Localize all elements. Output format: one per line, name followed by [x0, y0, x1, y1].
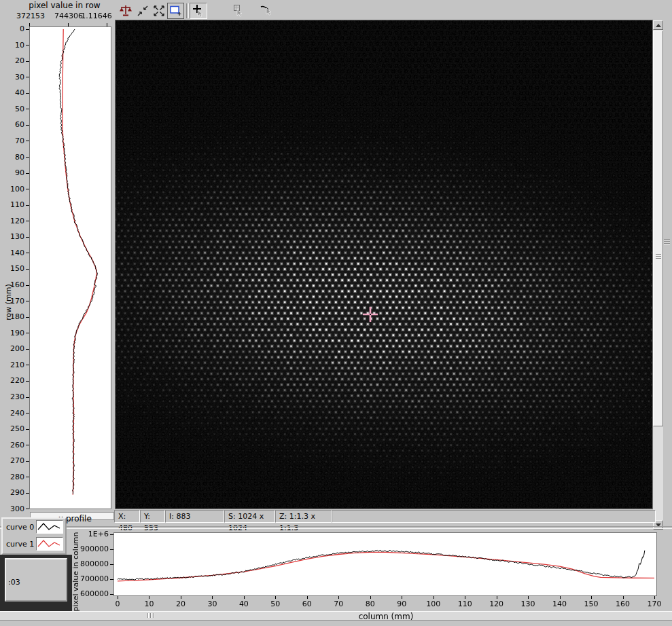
legend-line-sample[interactable]	[36, 520, 63, 534]
cursor-tool-button[interactable]	[190, 3, 207, 19]
scale-tool-button[interactable]	[117, 3, 134, 19]
bottom-x-tick	[370, 596, 371, 599]
row-tick	[26, 349, 29, 350]
clock-panel: :03	[5, 558, 67, 602]
bottom-x-tick-label: 160	[613, 600, 633, 608]
zoom-fit-icon	[169, 5, 182, 17]
row-tick-label: 80	[4, 153, 24, 162]
value-tick	[107, 23, 107, 26]
right-splitter-grip[interactable]	[664, 243, 670, 244]
bottom-x-tick	[623, 596, 624, 599]
zoom-rect-tool-button[interactable]	[232, 3, 249, 19]
bottom-x-tick-label: 0	[107, 600, 128, 608]
zoom-out-button[interactable]	[134, 3, 151, 19]
bottom-x-tick	[149, 596, 149, 599]
bottom-x-tick	[118, 596, 118, 599]
left-profile-title: pixel value in row	[17, 1, 112, 10]
row-tick	[26, 477, 29, 477]
bottom-profile-plot-area	[114, 533, 656, 595]
row-tick	[26, 365, 29, 365]
row-tick	[26, 429, 29, 430]
bottom-x-tick-label: 100	[423, 600, 444, 608]
thumb-grip	[656, 254, 661, 255]
row-tick	[26, 61, 29, 62]
row-tick	[26, 317, 29, 318]
value-tick-label: 1.11646	[76, 12, 117, 20]
bottom-x-tick	[181, 596, 181, 599]
value-tick	[68, 23, 69, 26]
row-tick-label: 260	[4, 441, 24, 449]
legend-item-curve0[interactable]: curve 0	[3, 519, 65, 536]
scroll-up-button[interactable]	[653, 20, 663, 30]
row-tick-label: 220	[4, 377, 24, 385]
row-tick-label: 0	[4, 25, 24, 33]
row-tick	[26, 461, 29, 462]
value-tick-label: 372153	[10, 12, 51, 20]
zoom-out-arrows-icon	[136, 4, 149, 18]
row-tick	[26, 93, 29, 94]
bottom-splitter-bar[interactable]	[0, 611, 672, 621]
row-tick-label: 190	[4, 329, 24, 337]
row-tick	[26, 125, 29, 126]
zoom-rect-tool-icon	[233, 4, 248, 18]
status-image-size: S: 1024 x 1024	[224, 510, 275, 523]
status-intensity: I: 883	[165, 510, 224, 523]
splitter-grip	[153, 613, 154, 618]
corner-panel: :03	[0, 555, 72, 612]
bottom-x-tick-label: 150	[581, 600, 601, 608]
thumb-grip	[656, 256, 661, 257]
pane-divider	[0, 526, 672, 529]
row-tick	[26, 269, 29, 270]
bottom-y-tick	[110, 594, 113, 595]
row-tick-label: 20	[4, 57, 24, 65]
status-cursor-y: Y: 553	[140, 510, 165, 523]
up-arrow-icon	[656, 24, 661, 27]
row-tick	[26, 333, 29, 333]
zoom-fit-button[interactable]	[167, 3, 184, 19]
legend-label: curve 0	[6, 523, 34, 532]
bottom-x-tick	[465, 596, 465, 599]
detector-image-canvas[interactable]	[116, 20, 652, 509]
graph-legend: curve 0 curve 1	[1, 517, 67, 555]
bottom-x-tick-label: 80	[360, 600, 381, 608]
status-zoom: Z: 1:1.3 x 1:1.3	[275, 510, 332, 523]
scale-tool-icon	[119, 4, 132, 18]
clock-fragment: :03	[8, 578, 20, 587]
row-tick-label: 250	[4, 425, 24, 433]
bottom-x-tick-label: 20	[171, 600, 191, 608]
row-tick-label: 10	[4, 41, 24, 50]
zoom-in-arrows-icon	[152, 4, 166, 18]
bottom-x-tick	[275, 596, 276, 599]
row-tick-label: 160	[4, 281, 24, 289]
row-tick	[26, 189, 29, 189]
bottom-y-tick	[110, 549, 113, 550]
row-tick-label: 90	[4, 169, 24, 177]
cursor-crosshair-icon	[192, 4, 205, 18]
line-tool-button[interactable]	[258, 3, 275, 19]
left-profile-canvas	[30, 27, 111, 509]
row-tick	[26, 381, 29, 382]
right-splitter-grip[interactable]	[664, 241, 670, 242]
line-tool-icon	[260, 4, 275, 18]
row-tick-label: 40	[4, 89, 24, 97]
row-tick	[26, 141, 29, 141]
right-splitter-grip[interactable]	[664, 239, 670, 240]
application-window: pixel value in row row (mm) x profile cu…	[0, 0, 672, 626]
row-tick-label: 290	[4, 489, 24, 497]
row-tick	[26, 157, 29, 158]
row-tick	[26, 301, 29, 301]
bottom-x-tick-label: 10	[139, 600, 159, 608]
legend-line-sample[interactable]	[36, 537, 63, 551]
image-vscrollbar[interactable]	[653, 20, 663, 530]
legend-item-curve1[interactable]: curve 1	[3, 536, 65, 553]
bottom-x-tick-label: 170	[644, 600, 665, 608]
bottom-x-tick	[654, 596, 655, 599]
bottom-x-tick-label: 30	[202, 600, 222, 608]
bottom-x-tick	[307, 596, 308, 599]
zoom-in-button[interactable]	[150, 3, 167, 19]
row-tick-label: 200	[4, 345, 24, 353]
vscrollbar-thumb[interactable]	[653, 31, 663, 426]
image-viewport[interactable]	[116, 20, 652, 509]
bottom-x-tick-label: 40	[234, 600, 254, 608]
row-tick-label: 230	[4, 393, 24, 401]
